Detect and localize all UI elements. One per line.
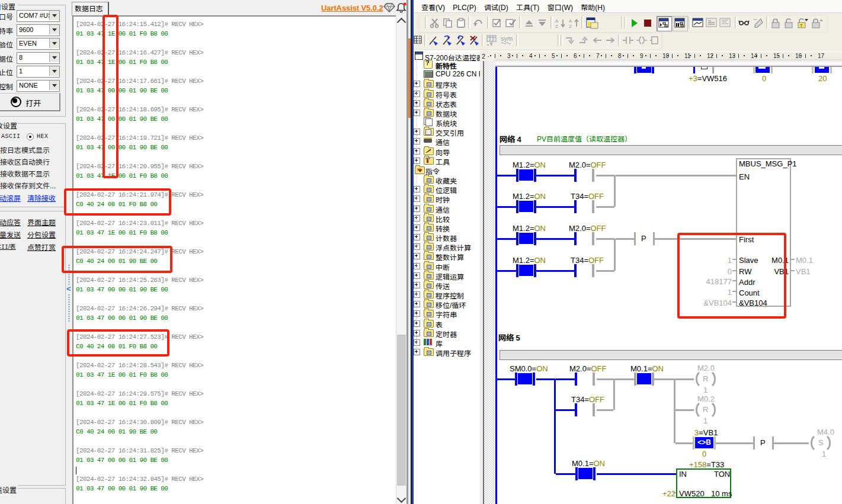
svg-text:Z: Z [569,24,572,29]
svg-text:A: A [569,18,572,24]
svg-text:T: T [800,24,803,28]
svg-text:Z: Z [555,24,558,29]
svg-text:sym: sym [501,35,513,42]
svg-text:A: A [555,18,559,24]
